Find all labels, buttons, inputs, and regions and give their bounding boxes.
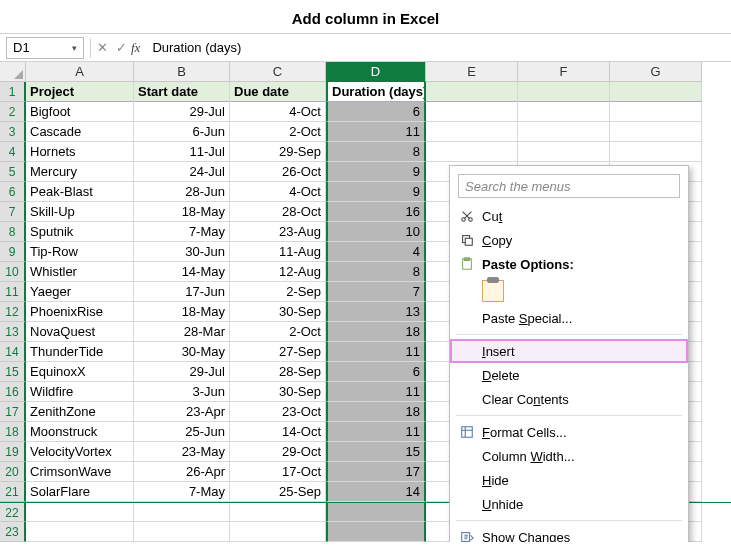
cell[interactable]: 18-May [134,202,230,222]
column-header-C[interactable]: C [230,62,326,82]
cell[interactable]: PhoenixRise [26,302,134,322]
cell[interactable]: 28-Sep [230,362,326,382]
select-all-triangle[interactable] [0,62,26,82]
cell[interactable]: 30-May [134,342,230,362]
cell[interactable]: 6 [326,102,426,122]
cell[interactable] [610,142,702,162]
cell[interactable]: ThunderTide [26,342,134,362]
cell[interactable]: 4 [326,242,426,262]
cell[interactable]: 29-Jul [134,102,230,122]
cell[interactable]: Wildfire [26,382,134,402]
cell[interactable]: Peak-Blast [26,182,134,202]
cell[interactable]: Moonstruck [26,422,134,442]
row-header[interactable]: 21 [0,482,26,502]
context-show-changes[interactable]: Show Changes [450,525,688,542]
cell[interactable]: 11-Aug [230,242,326,262]
cell[interactable]: 25-Sep [230,482,326,502]
cell[interactable]: Bigfoot [26,102,134,122]
cell[interactable]: 30-Sep [230,382,326,402]
context-column-width[interactable]: Column Width... [450,444,688,468]
cell[interactable]: Whistler [26,262,134,282]
cell[interactable]: Sputnik [26,222,134,242]
cell[interactable]: 14 [326,482,426,502]
context-search-input[interactable]: Search the menus [458,174,680,198]
cell[interactable]: Tip-Row [26,242,134,262]
cell[interactable]: 9 [326,182,426,202]
cell[interactable]: 14-May [134,262,230,282]
cell[interactable]: 17-Jun [134,282,230,302]
cell[interactable]: Start date [134,82,230,102]
row-header[interactable]: 15 [0,362,26,382]
column-header-F[interactable]: F [518,62,610,82]
cell[interactable] [610,82,702,102]
cell[interactable] [230,522,326,542]
cell[interactable]: 29-Jul [134,362,230,382]
row-header[interactable]: 5 [0,162,26,182]
cell[interactable] [134,503,230,522]
context-delete[interactable]: Delete [450,363,688,387]
accept-formula-icon[interactable]: ✓ [116,40,127,55]
context-copy[interactable]: Copy [450,228,688,252]
fx-icon[interactable]: fx [131,40,140,56]
cell[interactable]: 23-Apr [134,402,230,422]
formula-bar[interactable]: Duration (days) [148,40,731,55]
row-header[interactable]: 8 [0,222,26,242]
cell[interactable]: 14-Oct [230,422,326,442]
cell[interactable]: 16 [326,202,426,222]
cell[interactable] [610,102,702,122]
context-cut[interactable]: Cut [450,204,688,228]
cell[interactable] [326,503,426,522]
row-header[interactable]: 18 [0,422,26,442]
cell[interactable]: 10 [326,222,426,242]
context-insert[interactable]: Insert [450,339,688,363]
context-paste-default[interactable] [450,276,688,306]
cell[interactable]: 23-May [134,442,230,462]
cell[interactable] [230,503,326,522]
row-header[interactable]: 1 [0,82,26,102]
cell[interactable]: 26-Apr [134,462,230,482]
row-header[interactable]: 14 [0,342,26,362]
cell[interactable] [426,82,518,102]
context-unhide[interactable]: Unhide [450,492,688,516]
cell[interactable]: NovaQuest [26,322,134,342]
cell[interactable]: 3-Jun [134,382,230,402]
cell[interactable]: 29-Oct [230,442,326,462]
cell[interactable]: 23-Oct [230,402,326,422]
cell[interactable]: 18 [326,402,426,422]
cell[interactable] [426,122,518,142]
row-header[interactable]: 2 [0,102,26,122]
cell[interactable]: 11 [326,422,426,442]
cell[interactable]: 4-Oct [230,182,326,202]
cancel-formula-icon[interactable]: ✕ [97,40,108,55]
cell[interactable]: 7 [326,282,426,302]
row-header[interactable]: 13 [0,322,26,342]
cell[interactable] [134,522,230,542]
row-header[interactable]: 23 [0,522,26,542]
cell[interactable] [426,102,518,122]
cell[interactable]: Yaeger [26,282,134,302]
cell[interactable]: VelocityVortex [26,442,134,462]
cell[interactable] [518,82,610,102]
cell[interactable]: 8 [326,262,426,282]
row-header[interactable]: 12 [0,302,26,322]
row-header[interactable]: 10 [0,262,26,282]
cell[interactable]: 13 [326,302,426,322]
cell[interactable]: 23-Aug [230,222,326,242]
row-header[interactable]: 20 [0,462,26,482]
cell[interactable]: 28-Oct [230,202,326,222]
cell[interactable]: 11 [326,382,426,402]
context-paste-special[interactable]: Paste Special... [450,306,688,330]
row-header[interactable]: 19 [0,442,26,462]
cell[interactable]: CrimsonWave [26,462,134,482]
cell[interactable]: 6-Jun [134,122,230,142]
row-header[interactable]: 4 [0,142,26,162]
cell[interactable] [610,122,702,142]
name-box[interactable]: D1 ▾ [6,37,84,59]
column-header-B[interactable]: B [134,62,230,82]
column-header-A[interactable]: A [26,62,134,82]
cell[interactable]: 15 [326,442,426,462]
cell[interactable]: 2-Oct [230,322,326,342]
cell[interactable]: Due date [230,82,326,102]
cell[interactable]: 18-May [134,302,230,322]
cell[interactable]: 2-Sep [230,282,326,302]
